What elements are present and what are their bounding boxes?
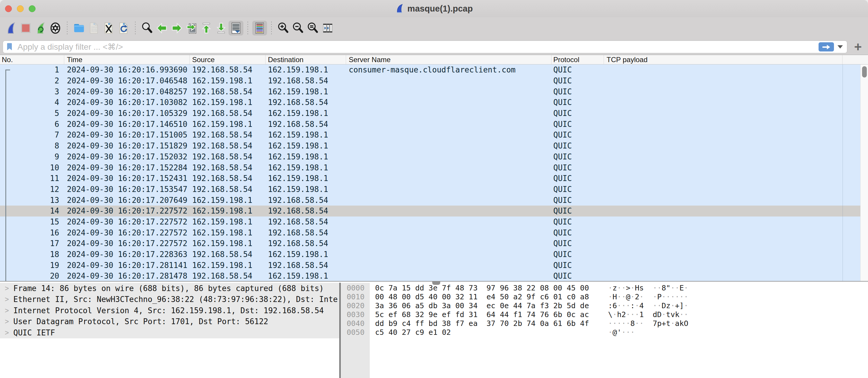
close-file-button[interactable]: 010100110101110: [101, 21, 116, 35]
zoom-reset-button[interactable]: [306, 21, 320, 35]
packet-row[interactable]: 42024-09-30 16:20:17.103082162.159.198.1…: [0, 97, 860, 108]
packet-row[interactable]: 132024-09-30 16:20:17.207649162.159.198.…: [0, 195, 860, 206]
column-header-no[interactable]: No.: [0, 55, 64, 64]
cell-no: 16: [0, 227, 64, 238]
title-bar: masque(1).pcap: [0, 0, 868, 17]
reload-file-icon: 010100110101110: [117, 22, 130, 35]
packet-row[interactable]: 112024-09-30 16:20:17.152431192.168.58.5…: [0, 173, 860, 184]
detail-line[interactable]: >QUIC IETF: [0, 327, 339, 338]
cell-server_name: [346, 249, 552, 260]
hex-row[interactable]: 0040dd b9 c4 ff bd 38 f7 ea 37 70 2b 74 …: [341, 319, 868, 328]
packet-row[interactable]: 22024-09-30 16:20:17.046548162.159.198.1…: [0, 75, 860, 87]
hex-row[interactable]: 0050c5 40 27 c9 e1 02·@'···: [341, 328, 868, 337]
cell-no: 3: [0, 86, 64, 97]
last-packet-button[interactable]: [214, 21, 228, 35]
expand-chevron-icon[interactable]: >: [0, 317, 13, 325]
cell-source: 162.159.198.1: [190, 195, 266, 206]
packet-row[interactable]: 202024-09-30 16:20:17.281478192.168.58.5…: [0, 271, 860, 282]
cell-source: 162.159.198.1: [190, 97, 266, 108]
hex-offset: 0050: [341, 328, 370, 337]
packet-row[interactable]: 162024-09-30 16:20:17.227572162.159.198.…: [0, 227, 860, 238]
first-packet-icon: [200, 22, 213, 35]
column-header-protocol[interactable]: Protocol: [552, 55, 604, 64]
packet-row[interactable]: 62024-09-30 16:20:17.146510162.159.198.1…: [0, 118, 860, 130]
packet-detail-pane[interactable]: >Frame 14: 86 bytes on wire (688 bits), …: [0, 283, 339, 378]
packet-list-scrollbar[interactable]: [860, 65, 868, 282]
cell-source: 162.159.198.1: [190, 118, 266, 130]
reload-file-button[interactable]: 010100110101110: [116, 21, 131, 35]
zoom-in-button[interactable]: [276, 21, 291, 35]
cell-time: 2024-09-30 16:20:17.105329: [64, 108, 190, 119]
packet-row[interactable]: 102024-09-30 16:20:17.152284192.168.58.5…: [0, 162, 860, 173]
packet-row[interactable]: 172024-09-30 16:20:17.227572162.159.198.…: [0, 238, 860, 249]
column-header-time[interactable]: Time: [64, 55, 190, 64]
go-to-packet-button[interactable]: [184, 21, 199, 35]
last-packet-icon: [215, 22, 228, 35]
packet-row[interactable]: 152024-09-30 16:20:17.227572162.159.198.…: [0, 216, 860, 228]
hex-row[interactable]: 00203a 36 06 a5 db 3a 00 34 ec 0e 44 7a …: [341, 301, 868, 310]
detail-line-text: Frame 14: 86 bytes on wire (688 bits), 8…: [13, 284, 324, 293]
restart-capture-button[interactable]: [33, 21, 48, 35]
hex-bytes: 00 48 00 d5 40 00 32 11 e4 50 a2 9f c6 0…: [375, 293, 601, 301]
cell-destination: 192.168.58.54: [266, 75, 346, 87]
conversation-bracket-line: [5, 69, 6, 282]
cell-time: 2024-09-30 16:20:17.228363: [64, 249, 190, 260]
column-header-source[interactable]: Source: [190, 55, 266, 64]
display-filter-input[interactable]: [17, 42, 818, 52]
zoom-out-button[interactable]: [291, 21, 306, 35]
packet-bytes-pane[interactable]: 00000c 7a 15 dd 3e 7f 48 73 97 96 38 22 …: [341, 283, 868, 378]
hex-row[interactable]: 00305c ef 68 32 9e ef fd 31 64 44 f1 74 …: [341, 310, 868, 319]
detail-line[interactable]: >Frame 14: 86 bytes on wire (688 bits), …: [0, 283, 339, 294]
packet-row[interactable]: 12024-09-30 16:20:16.993690192.168.58.54…: [0, 65, 860, 75]
splitter-handle[interactable]: [432, 281, 440, 285]
start-capture-button[interactable]: [4, 21, 18, 35]
filter-bookmark-icon[interactable]: [6, 43, 13, 51]
capture-options-button[interactable]: [48, 21, 63, 35]
previous-packet-button[interactable]: [155, 21, 169, 35]
detail-line[interactable]: >Internet Protocol Version 4, Src: 162.1…: [0, 305, 339, 316]
auto-scroll-toggle-button[interactable]: [228, 21, 243, 35]
apply-filter-button[interactable]: [818, 42, 834, 51]
packet-row[interactable]: 52024-09-30 16:20:17.105329192.168.58.54…: [0, 108, 860, 119]
packet-row[interactable]: 142024-09-30 16:20:17.227572162.159.198.…: [0, 206, 860, 216]
column-header-destination[interactable]: Destination: [266, 55, 346, 64]
hex-row[interactable]: 001000 48 00 d5 40 00 32 11 e4 50 a2 9f …: [341, 292, 868, 301]
find-packet-button[interactable]: [140, 21, 155, 35]
add-filter-button[interactable]: +: [849, 39, 867, 55]
expand-chevron-icon[interactable]: >: [0, 284, 13, 293]
packet-list[interactable]: 12024-09-30 16:20:16.993690192.168.58.54…: [0, 65, 860, 282]
colorize-toggle-button[interactable]: [252, 21, 267, 35]
packet-row[interactable]: 92024-09-30 16:20:17.152032192.168.58.54…: [0, 151, 860, 162]
detail-line[interactable]: >Ethernet II, Src: NewH3CTechno_96:38:22…: [0, 294, 339, 305]
packet-row[interactable]: 182024-09-30 16:20:17.228363192.168.58.5…: [0, 249, 860, 260]
packet-row[interactable]: 122024-09-30 16:20:17.153547192.168.58.5…: [0, 184, 860, 195]
packet-row[interactable]: 82024-09-30 16:20:17.151829192.168.58.54…: [0, 140, 860, 151]
resize-columns-button[interactable]: [320, 21, 335, 35]
packet-row[interactable]: 72024-09-30 16:20:17.151005192.168.58.54…: [0, 130, 860, 140]
cell-time: 2024-09-30 16:20:17.227572: [64, 216, 190, 228]
hex-row[interactable]: 00000c 7a 15 dd 3e 7f 48 73 97 96 38 22 …: [341, 283, 868, 292]
packet-row[interactable]: 192024-09-30 16:20:17.281141162.159.198.…: [0, 260, 860, 271]
cell-tcp_payload: [604, 206, 842, 216]
open-file-button[interactable]: [72, 21, 87, 35]
expand-chevron-icon[interactable]: >: [0, 295, 13, 304]
scrollbar-thumb[interactable]: [862, 66, 867, 77]
expand-chevron-icon[interactable]: >: [0, 329, 13, 337]
first-packet-button[interactable]: [199, 21, 214, 35]
detail-line[interactable]: >User Datagram Protocol, Src Port: 1701,…: [0, 316, 339, 328]
column-header-tcp_payload[interactable]: TCP payload: [604, 55, 842, 64]
save-file-button[interactable]: 010100110101110: [87, 21, 101, 35]
cell-server_name: [346, 271, 552, 282]
cell-server_name: [346, 238, 552, 249]
expand-chevron-icon[interactable]: >: [0, 306, 13, 315]
next-packet-button[interactable]: [169, 21, 184, 35]
packet-row[interactable]: 32024-09-30 16:20:17.048257192.168.58.54…: [0, 86, 860, 97]
cell-time: 2024-09-30 16:20:17.207649: [64, 195, 190, 206]
column-header-server_name[interactable]: Server Name: [346, 55, 552, 64]
cell-server_name: [346, 216, 552, 228]
display-filter-field[interactable]: [3, 40, 847, 53]
filter-history-caret[interactable]: [838, 45, 843, 48]
lower-panes: >Frame 14: 86 bytes on wire (688 bits), …: [0, 283, 868, 378]
start-capture-icon: [4, 22, 18, 35]
stop-capture-button[interactable]: [18, 21, 33, 35]
